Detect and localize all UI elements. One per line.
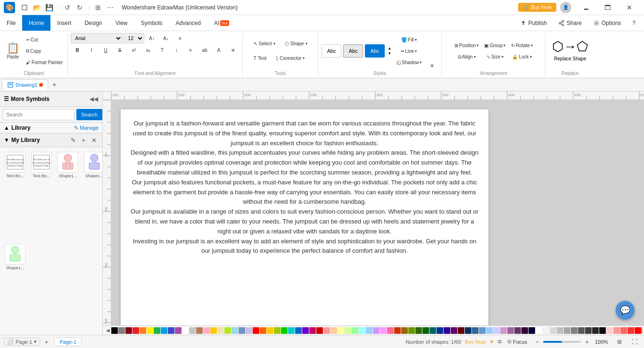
font-expand-button[interactable]: ⊞ — [226, 45, 239, 55]
color-swatch[interactable] — [246, 327, 252, 334]
color-swatch[interactable] — [451, 327, 457, 334]
new-button[interactable] — [19, 2, 30, 13]
color-swatch[interactable] — [239, 327, 245, 334]
color-swatch[interactable] — [571, 327, 578, 334]
align-button[interactable]: ⊟ Align ▾ — [453, 51, 481, 62]
color-swatch[interactable] — [422, 327, 429, 334]
color-swatch[interactable] — [507, 327, 514, 334]
font-family-select[interactable]: Arial — [71, 33, 123, 43]
color-swatch[interactable] — [203, 327, 210, 334]
color-swatch[interactable] — [613, 327, 620, 334]
color-swatch[interactable] — [564, 327, 570, 334]
color-swatch[interactable] — [316, 327, 323, 334]
line-spacing-button[interactable]: ↕ — [170, 45, 183, 55]
maximize-button[interactable]: 🗖 — [597, 1, 619, 14]
color-swatch[interactable] — [543, 327, 549, 334]
superscript-button[interactable]: x² — [127, 45, 140, 55]
shape-item-5[interactable]: Shape1... — [3, 242, 27, 332]
color-swatch[interactable] — [366, 327, 372, 334]
search-button[interactable]: Search — [76, 109, 102, 120]
color-swatch[interactable] — [635, 327, 641, 334]
highlight-button[interactable]: ab — [198, 45, 211, 55]
color-swatch[interactable] — [437, 327, 443, 334]
redo-button[interactable]: ↻ — [74, 2, 85, 13]
color-swatch[interactable] — [521, 327, 528, 334]
color-swatch[interactable] — [175, 327, 182, 334]
menu-symbols[interactable]: Symbols — [134, 15, 169, 31]
color-swatch[interactable] — [627, 327, 634, 334]
shape-button[interactable]: ⬡ Shape ▾ — [281, 37, 311, 50]
minimize-button[interactable]: 🗕 — [575, 1, 597, 14]
color-swatch[interactable] — [599, 327, 606, 334]
copy-button[interactable]: ⧉ Copy — [24, 46, 65, 56]
color-swatch[interactable] — [210, 327, 217, 334]
color-swatch[interactable] — [217, 327, 224, 334]
menu-view[interactable]: View — [109, 15, 134, 31]
library-close-button[interactable]: ✕ — [89, 135, 99, 145]
color-swatch[interactable] — [118, 327, 125, 334]
color-swatch[interactable] — [528, 327, 535, 334]
color-swatch[interactable] — [387, 327, 394, 334]
color-swatch[interactable] — [592, 327, 599, 334]
shape-item-1[interactable]: the table was onthe checkout bookSupport… — [3, 150, 27, 240]
search-input[interactable] — [3, 109, 74, 120]
color-swatch[interactable] — [125, 327, 132, 334]
increase-font-button[interactable]: A↑ — [145, 33, 158, 43]
buy-now-button[interactable]: 🛒 Buy Now — [518, 3, 556, 12]
list-button[interactable]: ≡ — [184, 45, 197, 55]
color-swatch[interactable] — [479, 327, 486, 334]
style-scroll-down[interactable]: ▼ — [386, 51, 393, 56]
menu-insert[interactable]: Insert — [50, 15, 78, 31]
format-painter-button[interactable]: 🖌 Format Painter — [24, 57, 65, 67]
color-swatch[interactable] — [154, 327, 160, 334]
zoom-out-button[interactable]: − — [533, 338, 541, 346]
undo-button[interactable]: ↺ — [62, 2, 73, 13]
color-swatch[interactable] — [281, 327, 288, 334]
color-swatch[interactable] — [132, 327, 139, 334]
shape-item-4[interactable]: Shape1... — [82, 150, 102, 240]
color-swatch[interactable] — [550, 327, 556, 334]
color-swatch[interactable] — [642, 327, 642, 334]
color-swatch[interactable] — [352, 327, 358, 334]
color-swatch[interactable] — [578, 327, 585, 334]
close-button[interactable]: ✕ — [619, 1, 640, 14]
style-box-1[interactable]: Abc — [322, 44, 341, 58]
color-swatch[interactable] — [493, 327, 500, 334]
style-scroll-up[interactable]: ▲ — [386, 46, 393, 51]
color-swatch[interactable] — [168, 327, 174, 334]
replace-shape-button[interactable]: ⬡→⬠ Replace Shape — [548, 33, 592, 67]
help-button[interactable]: ? — [627, 18, 640, 28]
focus-button[interactable]: ⊙ Focus — [505, 337, 529, 347]
color-swatch[interactable] — [514, 327, 521, 334]
color-swatch[interactable] — [330, 327, 337, 334]
color-swatch[interactable] — [620, 327, 627, 334]
more-button[interactable]: ⋯ — [105, 2, 116, 13]
shape-item-2[interactable]: the table was onthe checkout bookSupport… — [29, 150, 54, 240]
color-swatch[interactable] — [345, 327, 351, 334]
publish-button[interactable]: Publish — [515, 18, 552, 28]
strikethrough-button[interactable]: S — [113, 45, 126, 55]
menu-design[interactable]: Design — [78, 15, 108, 31]
fit-page-button[interactable]: ⊞ — [614, 336, 625, 348]
palette-left-arrow[interactable]: ◀ — [105, 327, 111, 334]
menu-home[interactable]: Home — [22, 15, 50, 31]
color-swatch[interactable] — [415, 327, 422, 334]
shadow-button[interactable]: ◱ Shadow ▾ — [395, 57, 423, 67]
group-button[interactable]: ▣ Group ▾ — [482, 40, 507, 50]
fill-button[interactable]: 🪣 Fill ▾ — [395, 34, 423, 45]
rotate-button[interactable]: ↻ Rotate ▾ — [509, 40, 534, 50]
size-button[interactable]: ⤡ Size ▾ — [482, 51, 507, 62]
underline-button[interactable]: U — [99, 45, 112, 55]
color-swatch[interactable] — [267, 327, 273, 334]
color-swatch[interactable] — [444, 327, 450, 334]
font-color-button[interactable]: A — [212, 45, 225, 55]
zoom-slider[interactable] — [543, 341, 581, 343]
add-page-button[interactable]: + — [42, 338, 50, 346]
library-edit-button[interactable]: ✎ — [68, 135, 78, 145]
save-button[interactable]: 💾 — [43, 2, 55, 13]
subscript-button[interactable]: x₂ — [141, 45, 155, 55]
drawing-tab[interactable]: Drawing1 — [2, 79, 48, 90]
options-button[interactable]: Options — [588, 18, 626, 28]
color-swatch[interactable] — [500, 327, 507, 334]
color-swatch[interactable] — [486, 327, 493, 334]
